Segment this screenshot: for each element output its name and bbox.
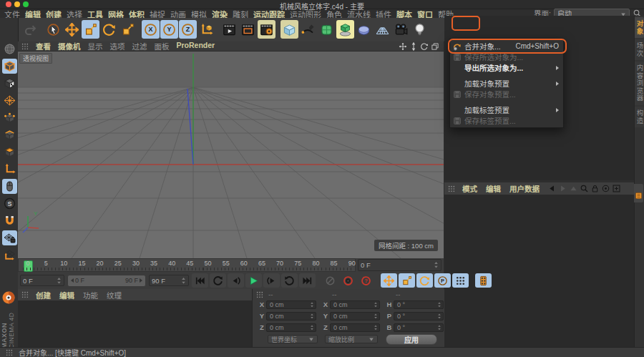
coordinate-field-2-1[interactable]: 0 °	[394, 312, 444, 321]
coordinate-field-1-1[interactable]: 0 cm	[330, 312, 380, 321]
stepper-icon[interactable]	[310, 324, 314, 331]
polygons-mode-icon[interactable]	[2, 145, 17, 160]
spline-pen-button[interactable]	[299, 20, 317, 39]
prev-frame-button[interactable]	[228, 273, 244, 288]
autokey-button[interactable]: ?	[358, 273, 374, 288]
render-view-button[interactable]	[220, 20, 238, 39]
points-mode-icon[interactable]	[2, 110, 17, 125]
goto-start-button[interactable]	[192, 273, 208, 288]
record-parameter-toggle[interactable]: P	[434, 273, 451, 288]
coordinate-field-1-0[interactable]: 0 cm	[330, 300, 380, 309]
panel-grip-icon[interactable]	[256, 291, 263, 298]
stepper-icon[interactable]	[181, 276, 186, 285]
texture-mode-icon[interactable]	[2, 76, 17, 91]
start-frame-field[interactable]: 0 F	[20, 275, 64, 286]
stepper-icon[interactable]	[374, 301, 378, 308]
lock-icon[interactable]	[590, 184, 600, 193]
view-zoom-icon[interactable]	[409, 42, 418, 51]
redo-button[interactable]	[21, 20, 39, 39]
next-key-button[interactable]	[281, 273, 298, 288]
context-menu-item-load-tag-preset[interactable]: 加载标签预置	[450, 104, 563, 115]
coordinate-field-2-2[interactable]: 0 °	[394, 323, 444, 332]
attribute-manager-menu-mode[interactable]: 模式	[462, 183, 477, 194]
stepper-icon[interactable]	[374, 324, 378, 331]
stepper-icon[interactable]	[437, 313, 441, 320]
stepper-icon[interactable]	[434, 260, 439, 270]
context-menu-item-load-object-preset[interactable]: 加载对象预置	[450, 78, 563, 89]
material-manager-menu-texture[interactable]: 纹理	[107, 290, 122, 300]
attribute-manager-menu-edit[interactable]: 编辑	[486, 183, 501, 194]
history-back-icon[interactable]	[547, 184, 557, 193]
tab-objects[interactable]: 对象	[635, 17, 644, 38]
range-right-arrow-icon[interactable]	[140, 278, 142, 283]
magnet-icon[interactable]	[2, 213, 17, 228]
render-settings-button[interactable]	[258, 20, 275, 39]
frame-display-field[interactable]: 0 F	[358, 259, 441, 271]
lock-workplane-icon[interactable]	[2, 230, 17, 245]
frame-range-slider[interactable]: 0 F 90 F	[67, 275, 146, 287]
material-manager-body[interactable]	[18, 301, 252, 347]
timeline-ruler[interactable]: 051015202530354045505560657075808590	[18, 258, 356, 272]
tab-takes[interactable]: 场次	[635, 39, 644, 60]
viewport-menu-prorender[interactable]: ProRender	[177, 41, 215, 52]
record-pla-toggle[interactable]	[452, 273, 469, 288]
coordinate-field-1-2[interactable]: 0 cm	[330, 323, 380, 332]
search-icon[interactable]	[580, 184, 589, 193]
coordinate-field-0-2[interactable]: 0 cm	[266, 323, 316, 332]
viewport-menu-panel[interactable]: 面板	[155, 41, 170, 52]
viewport-menu-cameras[interactable]: 摄像机	[58, 41, 81, 52]
rotate-button[interactable]	[100, 20, 118, 39]
tab-content-browser[interactable]: 内容浏览器	[635, 62, 644, 105]
view-label[interactable]: 透视视图	[19, 53, 52, 64]
snap-toggle-icon[interactable]: S	[2, 196, 17, 211]
axis-y-button[interactable]: Y	[160, 20, 178, 39]
edges-mode-icon[interactable]	[2, 127, 17, 142]
material-manager-menu-edit[interactable]: 编辑	[59, 290, 74, 300]
record-rotation-toggle[interactable]	[416, 273, 433, 288]
view-pan-icon[interactable]	[399, 42, 407, 51]
view-maximize-icon[interactable]	[431, 42, 439, 51]
panel-grip-icon[interactable]	[448, 185, 455, 192]
coord-system-button[interactable]	[197, 20, 215, 39]
stepper-icon[interactable]	[57, 276, 62, 285]
move-button[interactable]	[63, 20, 81, 39]
extrude-button[interactable]	[336, 20, 354, 39]
subdivision-surface-button[interactable]	[318, 20, 336, 39]
axis-z-button[interactable]: Z	[179, 20, 197, 39]
primitive-cube-button[interactable]	[280, 20, 298, 39]
render-region-button[interactable]	[239, 20, 257, 39]
deformer-button[interactable]	[355, 20, 373, 39]
apply-button[interactable]: 应用	[386, 334, 437, 345]
stepper-icon[interactable]	[310, 301, 314, 308]
record-position-toggle[interactable]	[381, 273, 397, 288]
viewport-solo-icon[interactable]	[2, 179, 17, 194]
end-frame-field[interactable]: 90 F	[149, 275, 189, 286]
planar-workplane-icon[interactable]	[2, 248, 17, 263]
parent-up-icon[interactable]	[569, 184, 578, 193]
stepper-icon[interactable]	[437, 301, 441, 308]
last-tool-button[interactable]	[119, 20, 137, 39]
panel-grip-icon[interactable]	[21, 43, 29, 50]
material-manager-menu-function[interactable]: 功能	[83, 290, 98, 300]
context-menu-item-merge-objects[interactable]: 合并对象...Cmd+Shift+O	[450, 41, 563, 52]
model-mode-icon[interactable]	[2, 59, 17, 74]
target-icon[interactable]	[601, 184, 610, 193]
convert-editable-icon[interactable]	[2, 41, 17, 57]
viewport-menu-view[interactable]: 查看	[36, 41, 51, 52]
stepper-icon[interactable]	[310, 313, 314, 320]
coordinate-field-2-0[interactable]: 0 °	[394, 300, 444, 309]
stepper-icon[interactable]	[437, 324, 441, 331]
play-button[interactable]	[245, 273, 262, 288]
view-rotate-icon[interactable]	[420, 42, 429, 51]
range-left-arrow-icon[interactable]	[71, 278, 74, 283]
viewport-menu-filter[interactable]: 过滤	[132, 41, 147, 52]
context-menu-item-export-selected-as[interactable]: 导出所选对象为...	[450, 62, 563, 73]
material-manager-menu-create[interactable]: 创建	[36, 290, 51, 300]
axis-x-button[interactable]: X	[142, 20, 160, 39]
live-selection-button[interactable]	[44, 20, 62, 39]
workplane-mode-icon[interactable]	[2, 93, 17, 108]
attribute-tab-icon[interactable]	[634, 184, 643, 202]
tab-structure[interactable]: 构造	[635, 107, 644, 127]
viewport-menu-display[interactable]: 显示	[88, 41, 103, 52]
next-frame-button[interactable]	[263, 273, 280, 288]
